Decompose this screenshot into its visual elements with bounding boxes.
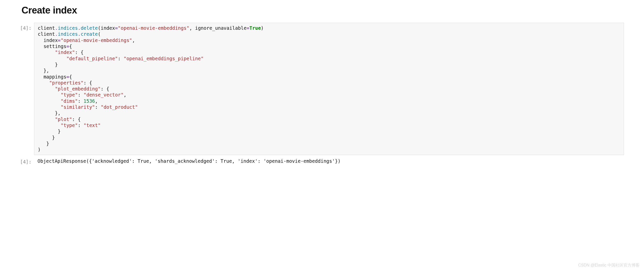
input-cell: [4]: client.indices.delete(index="openai…: [20, 23, 624, 155]
output-cell: [4]: ObjectApiResponse({'acknowledged': …: [20, 156, 624, 166]
code-content: client.indices.delete(index="openai-movi…: [38, 25, 620, 153]
code-input-area[interactable]: client.indices.delete(index="openai-movi…: [34, 23, 624, 155]
notebook-page: Create index [4]: client.indices.delete(…: [0, 0, 644, 172]
input-prompt: [4]:: [20, 23, 34, 31]
section-heading: Create index: [22, 5, 624, 16]
output-prompt: [4]:: [20, 156, 34, 164]
code-output-area: ObjectApiResponse({'acknowledged': True,…: [34, 156, 624, 166]
output-content: ObjectApiResponse({'acknowledged': True,…: [38, 158, 620, 164]
